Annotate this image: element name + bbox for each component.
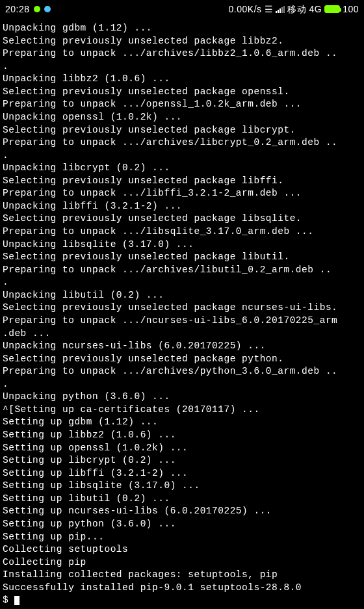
terminal-line: Setting up libbz2 (1.0.6) ... (3, 429, 361, 442)
terminal-line: Preparing to unpack .../openssl_1.0.2k_a… (3, 98, 361, 111)
terminal-line: Preparing to unpack .../archives/python_… (3, 365, 361, 378)
terminal-output[interactable]: Unpacking gdbm (1.12) ...Selecting previ… (0, 18, 364, 607)
cursor-icon (14, 596, 20, 605)
notification-dot-icon (34, 6, 40, 12)
terminal-line: Preparing to unpack .../archives/libcryp… (3, 136, 361, 149)
terminal-line: Unpacking libbz2 (1.0.6) ... (3, 73, 361, 86)
terminal-line: Unpacking python (3.6.0) ... (3, 391, 361, 404)
terminal-line: . (3, 149, 361, 162)
terminal-line: Collecting setuptools (3, 543, 361, 556)
terminal-line: Preparing to unpack .../archives/libbz2_… (3, 47, 361, 60)
battery-icon (324, 5, 340, 13)
terminal-line: Selecting previously unselected package … (3, 86, 361, 99)
terminal-line: Selecting previously unselected package … (3, 353, 361, 366)
terminal-line: Setting up python (3.6.0) ... (3, 518, 361, 531)
terminal-line: Unpacking libffi (3.2.1-2) ... (3, 200, 361, 213)
status-bar: 20:28 0.00K/s ☰ 移动 4G 100 (0, 0, 364, 18)
sim-icon: ☰ (265, 3, 274, 16)
terminal-line: Unpacking libsqlite (3.17.0) ... (3, 239, 361, 252)
terminal-line: Setting up gdbm (1.12) ... (3, 416, 361, 429)
clock: 20:28 (5, 3, 30, 16)
terminal-line: Successfully installed pip-9.0.1 setupto… (3, 582, 361, 595)
terminal-line: Selecting previously unselected package … (3, 302, 361, 315)
terminal-line: Installing collected packages: setuptool… (3, 569, 361, 582)
terminal-line: Selecting previously unselected package … (3, 35, 361, 48)
terminal-line: Unpacking libcrypt (0.2) ... (3, 162, 361, 175)
terminal-line: ^[Setting up ca-certificates (20170117) … (3, 404, 361, 417)
battery-percent: 100 (343, 3, 359, 16)
terminal-line: Selecting previously unselected package … (3, 124, 361, 137)
terminal-line: Setting up pip... (3, 531, 361, 544)
terminal-prompt[interactable]: $ (3, 594, 361, 607)
terminal-line: Setting up openssl (1.0.2k) ... (3, 442, 361, 455)
signal-icon (276, 5, 285, 13)
terminal-line: . (3, 60, 361, 73)
terminal-line: Unpacking gdbm (1.12) ... (3, 22, 361, 35)
terminal-line: Setting up libcrypt (0.2) ... (3, 454, 361, 467)
terminal-line: Selecting previously unselected package … (3, 251, 361, 264)
status-left: 20:28 (5, 3, 51, 16)
terminal-line: Setting up libffi (3.2.1-2) ... (3, 467, 361, 480)
terminal-line: Unpacking openssl (1.0.2k) ... (3, 111, 361, 124)
terminal-line: Selecting previously unselected package … (3, 213, 361, 226)
terminal-line: Preparing to unpack .../ncurses-ui-libs_… (3, 315, 361, 328)
terminal-line: Unpacking libutil (0.2) ... (3, 289, 361, 302)
terminal-line: Setting up libutil (0.2) ... (3, 493, 361, 506)
terminal-line: . (3, 378, 361, 391)
terminal-line: . (3, 276, 361, 289)
terminal-line: Preparing to unpack .../libsqlite_3.17.0… (3, 226, 361, 239)
terminal-line: Preparing to unpack .../libffi_3.2.1-2_a… (3, 187, 361, 200)
terminal-line: Setting up ncurses-ui-libs (6.0.20170225… (3, 505, 361, 518)
terminal-line: Preparing to unpack .../archives/libutil… (3, 264, 361, 277)
terminal-line: Unpacking ncurses-ui-libs (6.0.20170225)… (3, 340, 361, 353)
terminal-line: .deb ... (3, 328, 361, 341)
carrier-label: 移动 4G (287, 3, 322, 16)
terminal-line: Collecting pip (3, 556, 361, 569)
terminal-line: Selecting previously unselected package … (3, 175, 361, 188)
network-speed: 0.00K/s (229, 3, 262, 16)
notification-dot-icon (44, 6, 51, 12)
status-right: 0.00K/s ☰ 移动 4G 100 (229, 3, 359, 16)
terminal-line: Setting up libsqlite (3.17.0) ... (3, 480, 361, 493)
